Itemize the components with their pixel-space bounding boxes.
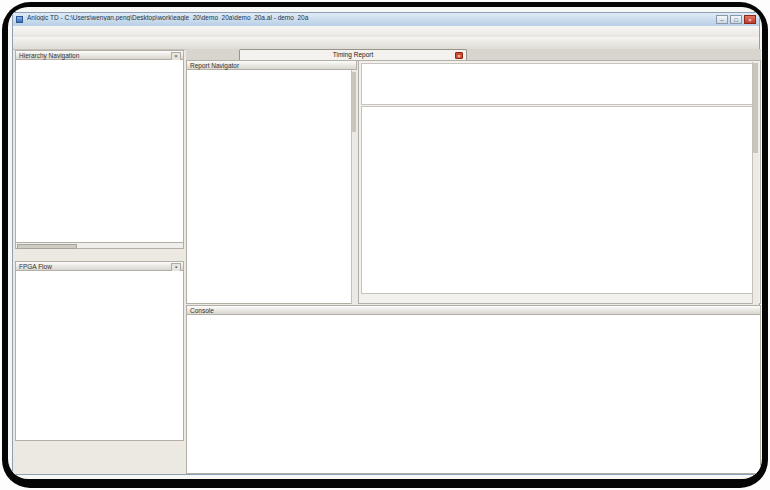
report-navigator-tree bbox=[186, 70, 357, 304]
hierarchy-tree bbox=[15, 60, 184, 243]
console-log[interactable] bbox=[186, 315, 761, 474]
tab-timing-report[interactable]: Timing Report × bbox=[239, 49, 467, 60]
hierarchy-panel: Hierarchy Navigation × bbox=[15, 50, 184, 260]
report-navigator-panel: Report Navigator bbox=[186, 60, 357, 304]
timing-path-table bbox=[361, 106, 755, 294]
console-panel: Console bbox=[186, 305, 761, 474]
title-bar[interactable]: Anlogic TD - C:\Users\wenyan.peng\Deskto… bbox=[13, 13, 759, 27]
scrollbar-thumb[interactable] bbox=[753, 63, 758, 153]
hierarchy-panel-title: Hierarchy Navigation bbox=[19, 52, 79, 59]
screen: Anlogic TD - C:\Users\wenyan.peng\Deskto… bbox=[8, 7, 762, 479]
close-button[interactable]: × bbox=[744, 15, 756, 24]
screenshot-frame: Anlogic TD - C:\Users\wenyan.peng\Deskto… bbox=[0, 0, 770, 490]
hierarchy-panel-tabs bbox=[15, 249, 184, 260]
scrollbar-thumb[interactable] bbox=[352, 72, 356, 132]
window-controls: – □ × bbox=[716, 15, 756, 24]
vertical-scrollbar[interactable] bbox=[351, 70, 357, 304]
report-navigator-title: Report Navigator bbox=[190, 62, 239, 69]
vertical-scrollbar[interactable] bbox=[752, 62, 759, 304]
console-header: Console bbox=[186, 305, 761, 315]
fpga-flow-header: FPGA Flow ▪ bbox=[15, 261, 184, 271]
timing-report-view bbox=[358, 60, 761, 304]
maximize-button[interactable]: □ bbox=[730, 15, 742, 24]
fpga-flow-title: FPGA Flow bbox=[19, 263, 52, 270]
tab-close-icon[interactable]: × bbox=[455, 52, 463, 59]
hierarchy-panel-header: Hierarchy Navigation × bbox=[15, 50, 184, 60]
clock-table bbox=[361, 63, 755, 105]
window-title: Anlogic TD - C:\Users\wenyan.peng\Deskto… bbox=[27, 14, 587, 21]
app-window: Anlogic TD - C:\Users\wenyan.peng\Deskto… bbox=[12, 12, 760, 475]
console-title: Console bbox=[190, 307, 214, 314]
app-icon bbox=[16, 16, 23, 23]
minimize-button[interactable]: – bbox=[716, 15, 728, 24]
report-navigator-header: Report Navigator bbox=[186, 60, 357, 70]
fpga-flow-tree bbox=[15, 271, 184, 441]
screen-bezel: Anlogic TD - C:\Users\wenyan.peng\Deskto… bbox=[2, 2, 768, 488]
tab-timing-report-label: Timing Report bbox=[240, 50, 466, 60]
fpga-flow-panel: FPGA Flow ▪ bbox=[15, 261, 184, 441]
menu-bar bbox=[13, 26, 759, 37]
